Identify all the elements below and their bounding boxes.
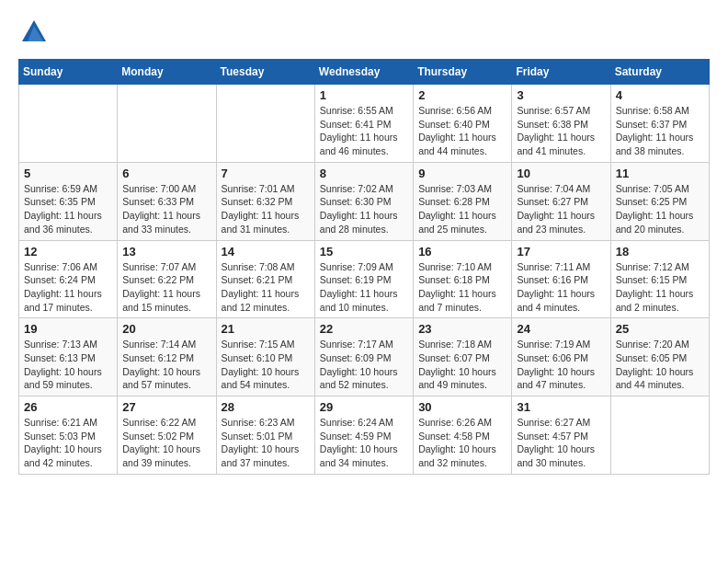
day-info: Sunrise: 7:17 AM Sunset: 6:09 PM Dayligh… <box>320 338 408 392</box>
day-number: 19 <box>24 322 112 336</box>
day-info: Sunrise: 7:02 AM Sunset: 6:30 PM Dayligh… <box>320 182 408 236</box>
calendar-cell: 13Sunrise: 7:07 AM Sunset: 6:22 PM Dayli… <box>118 240 216 318</box>
calendar-cell <box>19 85 118 163</box>
calendar-cell <box>610 396 709 475</box>
day-number: 14 <box>222 245 310 259</box>
day-info: Sunrise: 6:21 AM Sunset: 5:03 PM Dayligh… <box>24 416 112 470</box>
day-number: 3 <box>517 88 605 102</box>
day-number: 5 <box>24 167 112 180</box>
calendar-cell: 24Sunrise: 7:19 AM Sunset: 6:06 PM Dayli… <box>512 318 610 396</box>
day-info: Sunrise: 6:24 AM Sunset: 4:59 PM Dayligh… <box>320 416 408 470</box>
day-number: 9 <box>418 167 506 180</box>
day-info: Sunrise: 6:22 AM Sunset: 5:02 PM Dayligh… <box>122 416 210 470</box>
day-info: Sunrise: 6:55 AM Sunset: 6:41 PM Dayligh… <box>320 104 408 158</box>
day-number: 6 <box>122 167 210 180</box>
day-info: Sunrise: 7:04 AM Sunset: 6:27 PM Dayligh… <box>517 182 605 236</box>
day-info: Sunrise: 7:15 AM Sunset: 6:10 PM Dayligh… <box>222 338 310 392</box>
day-info: Sunrise: 7:08 AM Sunset: 6:21 PM Dayligh… <box>222 260 310 315</box>
day-number: 12 <box>24 245 112 259</box>
calendar-week-row: 5Sunrise: 6:59 AM Sunset: 6:35 PM Daylig… <box>19 162 710 240</box>
day-number: 23 <box>418 322 506 336</box>
day-number: 28 <box>222 400 310 414</box>
calendar-cell <box>118 85 216 163</box>
day-number: 11 <box>616 167 704 180</box>
calendar-cell: 8Sunrise: 7:02 AM Sunset: 6:30 PM Daylig… <box>314 162 413 240</box>
day-of-week-header: Friday <box>512 60 610 85</box>
calendar-cell: 21Sunrise: 7:15 AM Sunset: 6:10 PM Dayli… <box>216 318 314 396</box>
calendar-cell: 22Sunrise: 7:17 AM Sunset: 6:09 PM Dayli… <box>314 318 413 396</box>
calendar-cell: 27Sunrise: 6:22 AM Sunset: 5:02 PM Dayli… <box>118 396 216 475</box>
day-info: Sunrise: 6:23 AM Sunset: 5:01 PM Dayligh… <box>222 416 310 470</box>
calendar-cell <box>216 85 314 163</box>
day-number: 21 <box>222 322 310 336</box>
calendar-cell: 20Sunrise: 7:14 AM Sunset: 6:12 PM Dayli… <box>118 318 216 396</box>
day-info: Sunrise: 7:19 AM Sunset: 6:06 PM Dayligh… <box>517 338 605 392</box>
day-info: Sunrise: 7:13 AM Sunset: 6:13 PM Dayligh… <box>24 338 112 392</box>
calendar-cell: 30Sunrise: 6:26 AM Sunset: 4:58 PM Dayli… <box>414 396 512 475</box>
calendar-cell: 26Sunrise: 6:21 AM Sunset: 5:03 PM Dayli… <box>19 396 118 475</box>
calendar-body: 1Sunrise: 6:55 AM Sunset: 6:41 PM Daylig… <box>19 85 710 475</box>
day-info: Sunrise: 7:00 AM Sunset: 6:33 PM Dayligh… <box>122 182 210 236</box>
calendar-cell: 25Sunrise: 7:20 AM Sunset: 6:05 PM Dayli… <box>610 318 709 396</box>
day-number: 16 <box>418 245 506 259</box>
day-number: 4 <box>616 88 704 102</box>
calendar-cell: 28Sunrise: 6:23 AM Sunset: 5:01 PM Dayli… <box>216 396 314 475</box>
calendar-cell: 29Sunrise: 6:24 AM Sunset: 4:59 PM Dayli… <box>314 396 413 475</box>
calendar-cell: 12Sunrise: 7:06 AM Sunset: 6:24 PM Dayli… <box>19 240 118 318</box>
day-info: Sunrise: 7:09 AM Sunset: 6:19 PM Dayligh… <box>320 260 408 315</box>
day-number: 18 <box>616 245 704 259</box>
page-header <box>18 18 710 50</box>
day-info: Sunrise: 6:58 AM Sunset: 6:37 PM Dayligh… <box>616 104 704 158</box>
day-of-week-header: Saturday <box>610 60 709 85</box>
day-number: 30 <box>418 400 506 414</box>
day-of-week-header: Sunday <box>19 60 118 85</box>
day-number: 17 <box>517 245 605 259</box>
day-number: 29 <box>320 400 408 414</box>
day-of-week-header: Tuesday <box>216 60 314 85</box>
day-number: 1 <box>320 88 408 102</box>
day-number: 8 <box>320 167 408 180</box>
day-number: 27 <box>122 400 210 414</box>
day-of-week-header: Monday <box>118 60 216 85</box>
day-info: Sunrise: 7:18 AM Sunset: 6:07 PM Dayligh… <box>418 338 506 392</box>
calendar-week-row: 26Sunrise: 6:21 AM Sunset: 5:03 PM Dayli… <box>19 396 710 475</box>
calendar-cell: 17Sunrise: 7:11 AM Sunset: 6:16 PM Dayli… <box>512 240 610 318</box>
day-number: 31 <box>517 400 605 414</box>
calendar-cell: 2Sunrise: 6:56 AM Sunset: 6:40 PM Daylig… <box>414 85 512 163</box>
calendar-cell: 9Sunrise: 7:03 AM Sunset: 6:28 PM Daylig… <box>414 162 512 240</box>
day-info: Sunrise: 7:12 AM Sunset: 6:15 PM Dayligh… <box>616 260 704 315</box>
calendar-cell: 1Sunrise: 6:55 AM Sunset: 6:41 PM Daylig… <box>314 85 413 163</box>
day-info: Sunrise: 7:01 AM Sunset: 6:32 PM Dayligh… <box>222 182 310 236</box>
day-info: Sunrise: 7:03 AM Sunset: 6:28 PM Dayligh… <box>418 182 506 236</box>
day-number: 24 <box>517 322 605 336</box>
calendar-cell: 15Sunrise: 7:09 AM Sunset: 6:19 PM Dayli… <box>314 240 413 318</box>
day-number: 15 <box>320 245 408 259</box>
calendar-cell: 3Sunrise: 6:57 AM Sunset: 6:38 PM Daylig… <box>512 85 610 163</box>
day-number: 2 <box>418 88 506 102</box>
logo <box>18 18 48 50</box>
calendar-table: SundayMondayTuesdayWednesdayThursdayFrid… <box>18 59 710 475</box>
day-info: Sunrise: 7:10 AM Sunset: 6:18 PM Dayligh… <box>418 260 506 315</box>
day-info: Sunrise: 6:56 AM Sunset: 6:40 PM Dayligh… <box>418 104 506 158</box>
day-number: 22 <box>320 322 408 336</box>
day-info: Sunrise: 7:07 AM Sunset: 6:22 PM Dayligh… <box>122 260 210 315</box>
calendar-cell: 23Sunrise: 7:18 AM Sunset: 6:07 PM Dayli… <box>414 318 512 396</box>
day-info: Sunrise: 6:27 AM Sunset: 4:57 PM Dayligh… <box>517 416 605 470</box>
day-info: Sunrise: 7:14 AM Sunset: 6:12 PM Dayligh… <box>122 338 210 392</box>
calendar-week-row: 19Sunrise: 7:13 AM Sunset: 6:13 PM Dayli… <box>19 318 710 396</box>
calendar-cell: 31Sunrise: 6:27 AM Sunset: 4:57 PM Dayli… <box>512 396 610 475</box>
calendar-cell: 7Sunrise: 7:01 AM Sunset: 6:32 PM Daylig… <box>216 162 314 240</box>
calendar-week-row: 1Sunrise: 6:55 AM Sunset: 6:41 PM Daylig… <box>19 85 710 163</box>
calendar-cell: 4Sunrise: 6:58 AM Sunset: 6:37 PM Daylig… <box>610 85 709 163</box>
day-number: 26 <box>24 400 112 414</box>
day-of-week-header: Thursday <box>414 60 512 85</box>
day-of-week-header: Wednesday <box>314 60 413 85</box>
calendar-cell: 11Sunrise: 7:05 AM Sunset: 6:25 PM Dayli… <box>610 162 709 240</box>
day-number: 20 <box>122 322 210 336</box>
day-number: 13 <box>122 245 210 259</box>
logo-icon <box>20 18 48 46</box>
calendar-cell: 19Sunrise: 7:13 AM Sunset: 6:13 PM Dayli… <box>19 318 118 396</box>
day-info: Sunrise: 7:05 AM Sunset: 6:25 PM Dayligh… <box>616 182 704 236</box>
day-info: Sunrise: 6:57 AM Sunset: 6:38 PM Dayligh… <box>517 104 605 158</box>
day-number: 25 <box>616 322 704 336</box>
